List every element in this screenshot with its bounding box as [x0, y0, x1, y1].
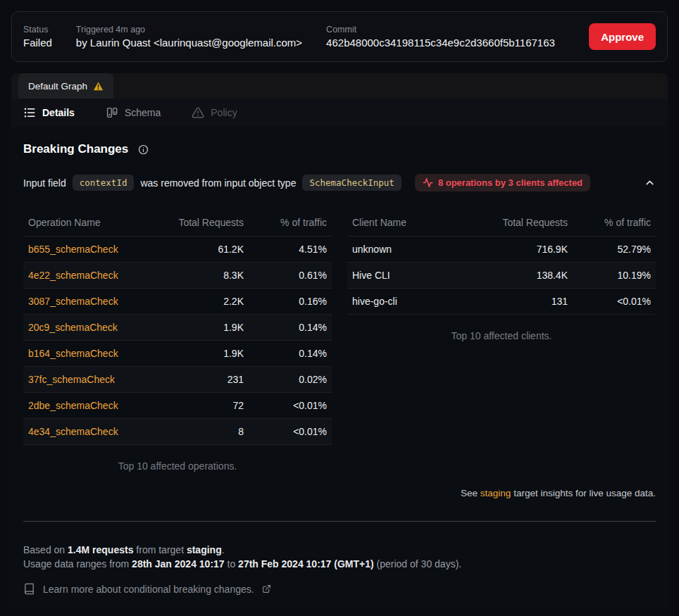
operation-link[interactable]: 37fc_schemaCheck [28, 374, 115, 385]
requests-value: 1.9K [149, 322, 244, 333]
based-on-line: Based on 1.4M requests from target stagi… [23, 543, 656, 557]
graph-tab-bar: Default Graph [11, 73, 668, 99]
activity-icon [423, 177, 433, 188]
requests-value: 138.4K [473, 270, 568, 281]
table-row: Hive CLI 138.4K 10.19% [347, 263, 656, 289]
clients-table: Client Name Total Requests % of traffic … [347, 208, 656, 498]
operation-link[interactable]: 4e22_schemaCheck [28, 270, 118, 281]
operations-caption: Top 10 affected operations. [23, 460, 332, 472]
status-block: Status Failed [23, 25, 52, 49]
traffic-value: 4.51% [244, 244, 327, 255]
range-start: 28th Jan 2024 10:17 [132, 558, 225, 570]
commit-block: Commit 462b48000c34198115c34e9c2d3660f5b… [326, 25, 555, 49]
col-total-requests: Total Requests [473, 217, 568, 228]
traffic-value: 0.02% [244, 374, 327, 385]
learn-more-link[interactable]: Learn more about conditional breaking ch… [23, 583, 656, 595]
table-row: hive-go-cli 131 <0.01% [347, 289, 656, 315]
change-middle: was removed from input object type [140, 177, 296, 189]
table-row: 20c9_schemaCheck 1.9K 0.14% [23, 315, 332, 341]
date-range-line: Usage data ranges from 28th Jan 2024 10:… [23, 557, 656, 571]
tab-schema-label: Schema [125, 107, 161, 118]
triggered-author: by Laurin Quast <laurinquast@googlemail.… [76, 37, 302, 49]
breaking-change-accordion-header[interactable]: Input field contextId was removed from i… [23, 174, 656, 191]
table-row: 4e34_schemaCheck 8 <0.01% [23, 419, 332, 445]
requests-value: 72 [149, 400, 244, 411]
tab-details-label: Details [42, 107, 75, 118]
approve-button[interactable]: Approve [589, 23, 656, 50]
info-icon[interactable] [138, 144, 149, 155]
type-code-chip: SchemaCheckInput [302, 175, 401, 191]
operation-link[interactable]: 4e34_schemaCheck [28, 426, 118, 437]
col-client-name: Client Name [352, 217, 473, 228]
details-content: Breaking Changes Input field contextId w… [11, 127, 668, 609]
client-name: Hive CLI [352, 270, 473, 281]
traffic-value: 52.79% [568, 244, 651, 255]
usage-summary: Based on 1.4M requests from target stagi… [23, 543, 656, 571]
col-traffic: % of traffic [244, 217, 327, 228]
book-icon [23, 583, 35, 595]
section-divider [23, 521, 656, 522]
change-prefix: Input field [23, 177, 66, 189]
breaking-changes-title: Breaking Changes [23, 142, 128, 156]
requests-value: 1.9K [149, 348, 244, 359]
tab-details[interactable]: Details [23, 106, 75, 119]
see-suffix: target insights for live usage data. [511, 488, 656, 498]
see-target-line: See staging target insights for live usa… [347, 471, 656, 498]
traffic-value: <0.01% [244, 426, 327, 437]
traffic-value: 0.14% [244, 322, 327, 333]
warning-icon [93, 81, 104, 92]
table-row: 2dbe_schemaCheck 72 <0.01% [23, 393, 332, 419]
col-traffic: % of traffic [568, 217, 651, 228]
operation-link[interactable]: 20c9_schemaCheck [28, 322, 118, 333]
triggered-block: Triggered 4m ago by Laurin Quast <laurin… [76, 25, 302, 49]
clients-caption: Top 10 affected clients. [347, 330, 656, 341]
triggered-label: Triggered 4m ago [76, 25, 302, 34]
external-link-icon [262, 584, 271, 593]
target-name: staging [187, 544, 222, 555]
learn-more-label: Learn more about conditional breaking ch… [43, 584, 254, 595]
schema-icon [106, 106, 118, 119]
see-prefix: See [461, 488, 480, 498]
tab-schema[interactable]: Schema [106, 106, 161, 119]
graph-tab-label: Default Graph [28, 81, 87, 92]
traffic-value: <0.01% [568, 296, 651, 307]
tab-default-graph[interactable]: Default Graph [18, 73, 113, 99]
status-label: Status [23, 25, 52, 34]
field-code-chip: contextId [73, 175, 135, 191]
operation-link[interactable]: 3087_schemaCheck [28, 296, 118, 307]
traffic-value: 0.61% [244, 270, 327, 281]
requests-value: 8 [149, 426, 244, 437]
tab-policy-label: Policy [211, 107, 237, 118]
requests-value: 231 [149, 374, 244, 385]
check-header-card: Status Failed Triggered 4m ago by Laurin… [11, 11, 668, 62]
table-row: 3087_schemaCheck 2.2K 0.16% [23, 289, 332, 315]
commit-hash: 462b48000c34198115c34e9c2d3660f5b1167163 [326, 37, 555, 49]
commit-label: Commit [326, 25, 555, 34]
requests-value: 2.2K [149, 296, 244, 307]
requests-value: 131 [473, 296, 568, 307]
operation-link[interactable]: b164_schemaCheck [28, 348, 118, 359]
staging-target-link[interactable]: staging [480, 488, 511, 498]
requests-count: 1.4M requests [68, 544, 133, 555]
table-row: b655_schemaCheck 61.2K 4.51% [23, 237, 332, 263]
main-card: Default Graph Details [11, 73, 668, 609]
operations-table: Operation Name Total Requests % of traff… [23, 208, 332, 498]
traffic-value: <0.01% [244, 400, 327, 411]
table-row: 37fc_schemaCheck 231 0.02% [23, 367, 332, 393]
list-icon [23, 106, 36, 119]
status-value: Failed [23, 37, 52, 49]
operation-link[interactable]: 2dbe_schemaCheck [28, 400, 118, 411]
tab-policy[interactable]: Policy [192, 106, 237, 119]
requests-value: 8.3K [149, 270, 244, 281]
table-row: b164_schemaCheck 1.9K 0.14% [23, 341, 332, 367]
operations-table-header: Operation Name Total Requests % of traff… [23, 208, 332, 237]
alert-triangle-icon [192, 106, 204, 119]
affected-badge-label: 8 operations by 3 clients affected [438, 177, 583, 188]
traffic-value: 0.14% [244, 348, 327, 359]
chevron-up-icon[interactable] [644, 177, 656, 189]
affected-operations-badge: 8 operations by 3 clients affected [415, 174, 590, 191]
requests-value: 716.9K [473, 244, 568, 255]
operation-link[interactable]: b655_schemaCheck [28, 244, 118, 255]
client-name: unknown [352, 244, 473, 255]
col-total-requests: Total Requests [149, 217, 244, 228]
